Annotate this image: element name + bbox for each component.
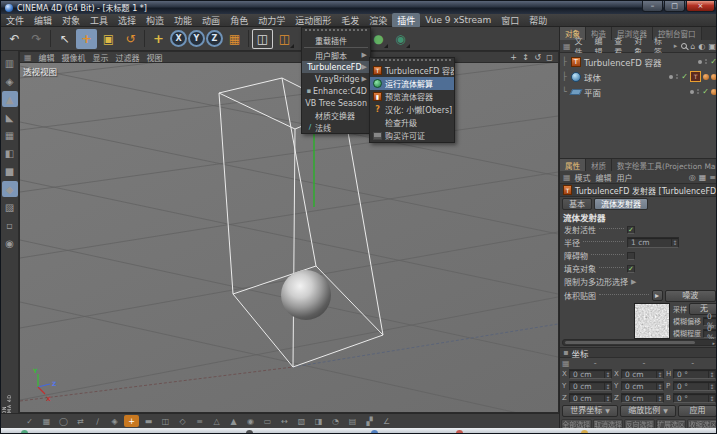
tag-icon[interactable]	[711, 89, 717, 95]
options-icon[interactable]: ≡	[709, 173, 716, 182]
menubar-item[interactable]: 工具	[85, 13, 113, 28]
visibility-dot-icon[interactable]	[698, 60, 702, 64]
z-axis-lock-icon[interactable]: Z	[206, 30, 223, 47]
menu-item-vb-tree-season[interactable]: VB Tree Season	[302, 97, 370, 109]
point-mode-icon[interactable]: ▦	[2, 127, 18, 143]
menubar-item[interactable]: Vue 9 xStream	[420, 14, 496, 26]
menubar-item[interactable]: 帮助	[524, 13, 552, 28]
menubar-item[interactable]: 构造	[141, 13, 169, 28]
tag-icon[interactable]	[711, 74, 717, 80]
panel-layout-icon[interactable]: ▦	[24, 53, 32, 62]
home-icon[interactable]: ⌂	[690, 42, 695, 51]
bottom-tool-icon[interactable]: ▞	[362, 415, 377, 427]
texture-axis-icon[interactable]: ◣	[2, 109, 18, 125]
rotation-p-field[interactable]: 0 °↕	[673, 381, 716, 391]
rotation-b-field[interactable]: 0 °↕	[673, 393, 716, 403]
size-z-field[interactable]: 0 cm↕	[621, 393, 664, 403]
menu-item-localization[interactable]: ?汉化: 小懒[Obers]	[370, 103, 454, 116]
taskbar-icon[interactable]	[246, 430, 253, 434]
rotate-view-icon[interactable]: ↺	[533, 53, 542, 62]
bottom-tool-icon[interactable]: ◔	[328, 415, 343, 427]
bottom-tool-icon[interactable]: ▭	[260, 415, 275, 427]
position-z-field[interactable]: 0 cm↕	[569, 393, 612, 403]
bottom-tool-icon[interactable]: ◉	[243, 415, 258, 427]
bottom-tool-icon[interactable]: ≡	[192, 415, 207, 427]
menu-item-tfd-container[interactable]: TTurbulenceFD 容器	[370, 64, 454, 77]
menu-tearoff[interactable]	[373, 59, 451, 63]
rotation-h-field[interactable]: 0 °↕	[673, 369, 716, 379]
panel-layout-icon[interactable]: ▦	[563, 42, 571, 51]
menu-overflow-icon[interactable]: ▸	[674, 42, 678, 50]
menubar-item[interactable]: 选择	[113, 13, 141, 28]
bottom-tool-icon[interactable]: ▧	[294, 415, 309, 427]
add-view-icon[interactable]: ▣	[708, 42, 716, 51]
filter-icon[interactable]: ◐	[698, 42, 705, 51]
add-keyframe-icon[interactable]: +	[124, 415, 139, 427]
menu-item-turbulencefd[interactable]: TurbulenceFD▶	[302, 61, 370, 73]
menubar-item[interactable]: 渲染	[364, 13, 392, 28]
bottom-tool-icon[interactable]: △	[209, 415, 224, 427]
bottom-tool-icon[interactable]: ◨	[311, 415, 326, 427]
panel-layout-icon[interactable]: ▦	[562, 359, 571, 368]
menu-item-preview-fluid-container[interactable]: ▮预览流体容器	[370, 90, 454, 103]
menu-item-normals[interactable]: ∕法线	[302, 121, 370, 133]
bottom-tool-icon[interactable]: ∕	[90, 415, 105, 427]
tabbtn-fluid-emitter[interactable]: 流体发射器	[594, 198, 648, 210]
panel-layout-icon[interactable]: ▦	[563, 173, 571, 182]
render-dots-icon[interactable]	[705, 59, 707, 64]
minimize-button[interactable]: –	[642, 1, 663, 12]
position-x-field[interactable]: 0 cm↕	[569, 369, 612, 379]
snap-icon[interactable]: ◉	[2, 235, 18, 251]
expand-arrow-icon[interactable]: ▶	[631, 278, 636, 286]
blur-scale-field[interactable]: 0 %	[703, 329, 717, 338]
menubar-item[interactable]: 动画	[197, 13, 225, 28]
emitter-tag-icon[interactable]: T	[690, 71, 701, 82]
horizontal-scrollbar[interactable]: ▸	[562, 339, 717, 346]
apply-button[interactable]: 应用	[678, 405, 717, 417]
selection-command-button[interactable]: 全部选择	[561, 419, 592, 428]
add-scene-icon[interactable]: ◉	[390, 29, 411, 49]
menu-tearoff[interactable]	[305, 29, 367, 33]
selection-command-button[interactable]: 收缩选区	[687, 419, 717, 428]
world-coords-dropdown[interactable]: 世界坐标▼	[562, 405, 618, 417]
viewport-menu-item[interactable]: 过滤器	[116, 52, 140, 63]
obstacle-checkbox[interactable]	[627, 252, 635, 260]
menubar-item[interactable]: 窗口	[496, 13, 524, 28]
render-picture-viewer-icon[interactable]: ◫	[274, 29, 295, 49]
menu-item-reload-plugins[interactable]: 重载插件	[302, 34, 370, 46]
menubar-item[interactable]: 编辑	[29, 13, 57, 28]
viewport-menu-item[interactable]: 编辑	[39, 52, 55, 63]
object-row-sphere[interactable]: ├ 球体 ✓ T	[560, 69, 717, 84]
maximize-button[interactable]: □	[664, 1, 685, 12]
zoom-view-icon[interactable]: ↕	[521, 53, 530, 62]
tabbtn-basic[interactable]: 基本	[562, 198, 592, 210]
bottom-tool-icon[interactable]: ⇄	[73, 415, 88, 427]
pan-view-icon[interactable]: +	[509, 53, 518, 62]
visibility-dot-icon[interactable]	[690, 90, 694, 94]
menubar-item[interactable]: 角色	[225, 13, 253, 28]
search-icon[interactable]	[681, 43, 687, 49]
menu-item-enhance-c4d[interactable]: ▪Enhance:C4D	[302, 85, 370, 97]
close-button[interactable]: ×	[686, 1, 715, 12]
menu-item-vraybridge[interactable]: VrayBridge▶	[302, 73, 370, 85]
menubar-item[interactable]: 动力学	[253, 13, 290, 28]
render-dots-icon[interactable]	[697, 89, 699, 94]
enabled-check-icon[interactable]: ✓	[702, 88, 709, 96]
menubar-item[interactable]: 功能	[169, 13, 197, 28]
tab-materials[interactable]: 材质	[586, 159, 612, 171]
object-mode-icon[interactable]: ◆	[2, 181, 18, 197]
position-y-field[interactable]: 0 cm↕	[569, 381, 612, 391]
redo-icon[interactable]: ↷	[26, 29, 47, 49]
y-axis-lock-icon[interactable]: Y	[188, 30, 205, 47]
polygon-mode-icon[interactable]: ■	[2, 163, 18, 179]
menubar-item[interactable]: 对象	[57, 13, 85, 28]
enabled-check-icon[interactable]: ✓	[710, 58, 717, 66]
menu-item-buy-license[interactable]: 购买许可证	[370, 129, 454, 142]
rotate-tool-icon[interactable]: ↺	[120, 29, 141, 49]
history-icon[interactable]: ▦	[699, 173, 707, 182]
separator[interactable]	[144, 30, 145, 47]
render-view-icon[interactable]: ◫	[252, 29, 273, 49]
live-selection-icon[interactable]: ↖	[54, 29, 75, 49]
windows-taskbar[interactable]	[1, 428, 717, 434]
workplane-icon[interactable]: ▫	[2, 217, 18, 233]
